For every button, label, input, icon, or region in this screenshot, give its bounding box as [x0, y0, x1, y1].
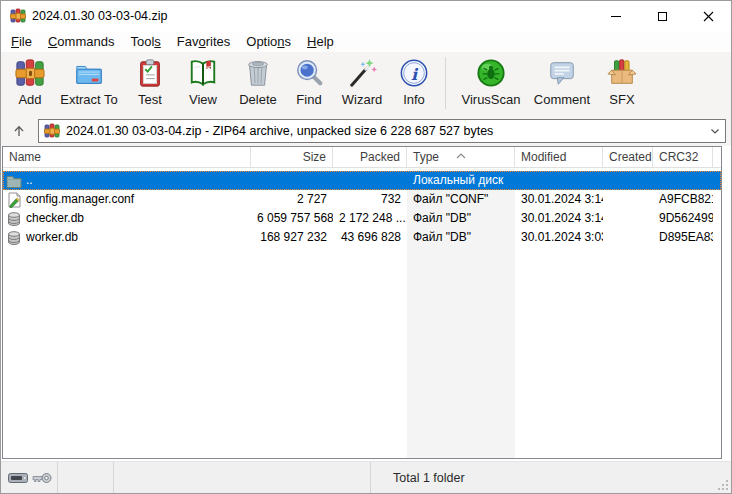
maximize-button[interactable] — [639, 1, 685, 31]
delete-button[interactable]: Delete — [231, 55, 285, 111]
menu-file[interactable]: File — [3, 32, 40, 51]
menu-favorites[interactable]: Favorites — [169, 32, 238, 51]
close-icon — [703, 11, 714, 22]
extract-to-button[interactable]: Extract To — [53, 55, 125, 111]
virusscan-bug-icon — [475, 57, 507, 89]
file-name-label: worker.db — [26, 228, 78, 247]
column-header-type[interactable]: Type — [407, 147, 515, 167]
comment-label: Comment — [534, 92, 590, 107]
table-row[interactable]: ..Локальный диск — [3, 171, 721, 190]
file-type-cell: Файл "DB" — [407, 228, 515, 247]
file-size-cell — [251, 171, 333, 190]
add-button[interactable]: Add — [7, 55, 53, 111]
delete-trash-icon — [242, 57, 274, 89]
file-packed-cell: 732 — [333, 190, 407, 209]
config-file-icon — [6, 192, 22, 208]
file-type-cell: Файл "DB" — [407, 209, 515, 228]
test-label: Test — [138, 92, 162, 107]
sfx-button[interactable]: SFX — [596, 55, 648, 111]
info-icon: i — [398, 57, 430, 89]
maximize-icon — [658, 12, 667, 21]
file-name-cell: config.manager.conf — [3, 190, 251, 209]
toolbar-separator — [445, 57, 446, 109]
file-list-panel: Name Size Packed Type Modified Created C… — [2, 146, 722, 459]
file-packed-cell — [333, 171, 407, 190]
file-name-cell: .. — [3, 171, 251, 190]
archive-path-combobox[interactable]: 2024.01.30 03-03-04.zip - ZIP64 archive,… — [38, 119, 726, 143]
table-row[interactable]: checker.db6 059 757 5682 172 248 ...Файл… — [3, 209, 721, 228]
close-button[interactable] — [685, 1, 731, 31]
column-header-name[interactable]: Name — [3, 147, 251, 167]
file-name-cell: worker.db — [3, 228, 251, 247]
table-row[interactable]: config.manager.conf2 727732Файл "CONF"30… — [3, 190, 721, 209]
file-list-header: Name Size Packed Type Modified Created C… — [3, 147, 721, 168]
column-header-filler — [713, 147, 722, 167]
file-packed-cell: 2 172 248 ... — [333, 209, 407, 228]
column-header-created[interactable]: Created — [603, 147, 653, 167]
file-crc32-cell — [653, 171, 713, 190]
file-created-cell — [603, 171, 653, 190]
column-header-packed[interactable]: Packed — [333, 147, 407, 167]
address-bar: 2024.01.30 03-03-04.zip - ZIP64 archive,… — [1, 115, 731, 146]
database-file-icon — [6, 211, 22, 227]
virusscan-button[interactable]: VirusScan — [454, 55, 528, 111]
delete-label: Delete — [239, 92, 277, 107]
toolbar: Add Extract To — [1, 52, 731, 115]
status-pane-2 — [114, 462, 371, 493]
sfx-box-icon — [606, 57, 638, 89]
column-header-modified[interactable]: Modified — [515, 147, 603, 167]
comment-bubble-icon — [546, 57, 578, 89]
minimize-icon — [611, 16, 621, 17]
row-filler-cell — [713, 209, 722, 228]
row-filler-cell — [713, 228, 722, 247]
window-title: 2024.01.30 03-03-04.zip — [32, 9, 593, 23]
file-name-label: checker.db — [26, 209, 84, 228]
resize-grip[interactable] — [716, 478, 730, 492]
sfx-label: SFX — [609, 92, 634, 107]
menu-options[interactable]: Options — [238, 32, 299, 51]
file-name-label: config.manager.conf — [26, 190, 134, 209]
archive-path-text: 2024.01.30 03-03-04.zip - ZIP64 archive,… — [66, 124, 709, 138]
add-label: Add — [18, 92, 41, 107]
find-label: Find — [296, 92, 321, 107]
up-arrow-icon — [12, 124, 26, 138]
up-one-level-button[interactable] — [5, 118, 33, 144]
column-header-crc32[interactable]: CRC32 — [653, 147, 713, 167]
file-modified-cell: 30.01.2024 3:14 — [515, 190, 603, 209]
wizard-wand-icon — [346, 57, 378, 89]
comment-button[interactable]: Comment — [528, 55, 596, 111]
file-modified-cell: 30.01.2024 3:14 — [515, 209, 603, 228]
database-file-icon — [6, 230, 22, 246]
chevron-down-icon[interactable] — [709, 125, 721, 137]
minimize-button[interactable] — [593, 1, 639, 31]
info-label: Info — [403, 92, 425, 107]
status-pane-1 — [58, 462, 114, 493]
row-filler-cell — [713, 190, 722, 209]
file-size-cell: 6 059 757 568 — [251, 209, 333, 228]
file-created-cell — [603, 209, 653, 228]
menu-commands[interactable]: Commands — [40, 32, 122, 51]
status-total: Total 1 folder — [371, 462, 731, 493]
test-button[interactable]: Test — [125, 55, 175, 111]
table-row[interactable]: worker.db168 927 23243 696 828Файл "DB"3… — [3, 228, 721, 247]
menu-tools[interactable]: Tools — [122, 32, 168, 51]
file-name-cell: checker.db — [3, 209, 251, 228]
file-packed-cell: 43 696 828 — [333, 228, 407, 247]
file-crc32-cell: A9FCB821 — [653, 190, 713, 209]
row-filler-cell — [713, 171, 722, 190]
file-size-cell: 2 727 — [251, 190, 333, 209]
status-icons-pane — [1, 462, 58, 493]
find-magnifier-icon — [293, 57, 325, 89]
wizard-button[interactable]: Wizard — [333, 55, 391, 111]
menu-help[interactable]: Help — [299, 32, 342, 51]
file-modified-cell — [515, 171, 603, 190]
file-crc32-cell: 9D562499 — [653, 209, 713, 228]
title-bar: 2024.01.30 03-03-04.zip — [1, 1, 731, 31]
view-button[interactable]: View — [175, 55, 231, 111]
drive-icon — [8, 472, 28, 484]
column-header-size[interactable]: Size — [251, 147, 333, 167]
test-clipboard-icon — [134, 57, 166, 89]
file-size-cell: 168 927 232 — [251, 228, 333, 247]
find-button[interactable]: Find — [285, 55, 333, 111]
info-button[interactable]: i Info — [391, 55, 437, 111]
